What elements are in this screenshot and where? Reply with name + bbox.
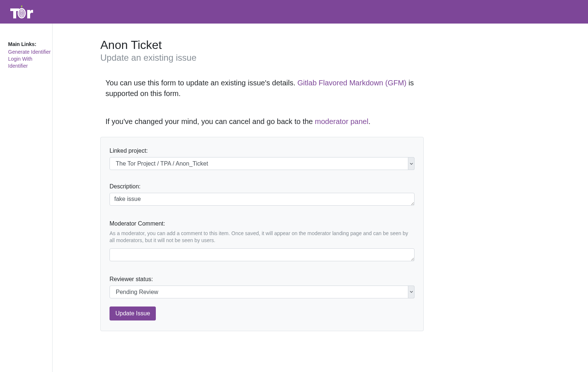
linked-project-select[interactable]: The Tor Project / TPA / Anon_Ticket (110, 157, 415, 170)
app-header (0, 0, 588, 24)
description-textarea[interactable] (110, 193, 415, 206)
moderator-panel-link[interactable]: moderator panel (315, 117, 369, 125)
intro-text: You can use this form to update an exist… (100, 78, 424, 99)
gfm-link[interactable]: Gitlab Flavored Markdown (GFM) (297, 79, 406, 87)
tor-logo (10, 5, 33, 18)
cancel-text: If you've changed your mind, you can can… (100, 117, 424, 126)
linked-project-label: Linked project: (110, 148, 415, 154)
description-group: Description: (110, 183, 415, 207)
reviewer-status-select[interactable]: Pending Review (110, 286, 415, 298)
reviewer-status-label: Reviewer status: (110, 276, 415, 283)
moderator-comment-label: Moderator Comment: (110, 220, 415, 227)
reviewer-status-group: Reviewer status: Pending Review (110, 276, 415, 298)
page-subtitle: Update an existing issue (100, 53, 424, 63)
linked-project-group: Linked project: The Tor Project / TPA / … (110, 148, 415, 170)
sidebar-link-generate-identifier[interactable]: Generate Identifier (8, 49, 52, 56)
moderator-comment-textarea[interactable] (110, 248, 415, 261)
page-title: Anon Ticket (100, 38, 424, 52)
tor-logo-icon (10, 5, 33, 18)
description-label: Description: (110, 183, 415, 190)
moderator-comment-group: Moderator Comment: As a moderator, you c… (110, 220, 415, 263)
moderator-comment-help: As a moderator, you can add a comment to… (110, 230, 415, 244)
update-issue-button[interactable]: Update Issue (110, 307, 156, 320)
main-content: Anon Ticket Update an existing issue You… (53, 24, 588, 372)
sidebar: Main Links: Generate Identifier Login Wi… (0, 24, 53, 372)
form-card: Linked project: The Tor Project / TPA / … (100, 137, 424, 331)
sidebar-heading: Main Links: (8, 41, 52, 47)
sidebar-link-login-identifier[interactable]: Login With Identifier (8, 56, 52, 70)
